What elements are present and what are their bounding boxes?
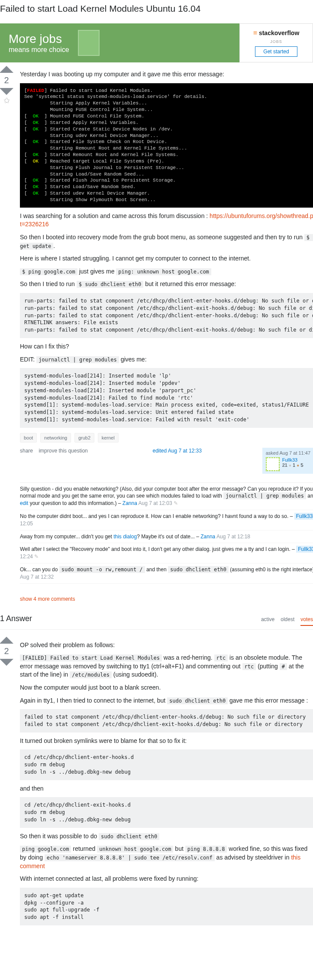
comment-time: Aug 7 at 12:32 [20,574,54,580]
upvote-button[interactable] [0,637,13,644]
answer-paragraph: So then it was possible to do sudo dhcli… [20,832,313,841]
inline-code: ping 8.8.8.8 [185,846,227,853]
tag-networking[interactable]: networking [40,433,71,443]
door-icon [78,30,100,56]
get-started-button[interactable]: Get started [255,46,297,57]
question-paragraph: EDIT: journalctl | grep modules gives me… [20,355,313,364]
code-block: cd /etc/dhcp/dhclient-enter-hooks.d sudo… [20,749,313,780]
pencil-icon: ✎ [34,553,39,560]
inline-code: [FAILED] Failed to start Load Kernel Mod… [20,654,162,661]
tab-active[interactable]: active [261,616,274,626]
vote-cell: 2 ✩ [0,66,13,606]
upvote-button[interactable] [0,66,13,73]
question-paragraph: $ ping google.com just gives me ping: un… [20,267,313,276]
comment-author[interactable]: Zanna [123,500,137,506]
tag-grub2[interactable]: grub2 [74,433,94,443]
inline-code: journalctl | grep modules [223,492,306,499]
comment: No the computer didnt boot... and yes I … [20,510,313,531]
answer-paragraph: Again in tty1, I then tried to connect t… [20,697,313,705]
comment-author[interactable]: Fullk33 [294,513,313,520]
answer-paragraph: With internet connected at last, all pro… [20,875,313,883]
answers-header: 1 Answer active oldest votes [0,614,313,630]
inline-code: journalctl | grep modules [36,356,119,363]
post-menu: share improve this question edited Aug 7… [20,448,313,474]
comment-link[interactable]: edit [20,500,28,506]
question-paragraph: I was searching for a solution and came … [20,212,313,229]
asked-time: asked Aug 7 at 11:47 [266,450,313,456]
code-block: systemd-modules-load[214]: Inserted modu… [20,368,313,428]
code-block: failed to stat component /etc/dhcp/dhcli… [20,709,313,733]
inline-code: sudo dhclient eth0 [168,566,229,573]
inline-code: ping: unknown host google.com [116,268,211,275]
improve-link[interactable]: improve this question [39,448,87,454]
vote-cell: 2 [0,637,13,929]
question-paragraph: Yesterday I was booting up my computer a… [20,70,313,79]
inline-code: unknown host google.com [97,846,173,853]
code-block: cd /etc/dhcp/dhclient-exit-hooks.d sudo … [20,797,313,827]
tags: boot networking grub2 kernel [20,433,313,443]
inline-code: $ sudo dhclient eth0 [77,281,144,288]
bronze-badge-icon [297,463,299,468]
comment-time: Aug 7 at 12:05 [20,513,313,527]
question-paragraph: So then I booted into recovery mode from… [20,233,313,250]
inline-code: sudo mount -o rw,remount / [59,566,145,573]
question-paragraph: Here is where I started struggling. I ca… [20,254,313,263]
comment-author[interactable]: Fullk33 [296,546,313,553]
inline-code: sudo dhclient eth0 [99,833,159,840]
tab-votes[interactable]: votes [300,616,313,626]
answer-tabs: active oldest votes [261,616,313,626]
favorite-star-icon[interactable]: ✩ [3,96,10,105]
comment-time: Aug 7 at 12:03 [139,500,172,506]
answer-paragraph: and then [20,785,313,793]
inline-code: echo 'nameserver 8.8.8.8' | sudo tee /et… [45,854,215,861]
ad-right: ≡ stackoverflow JOBS Get started [239,23,313,62]
inline-code: $ ping google.com [20,268,77,275]
ad-banner[interactable]: More jobs means more choice ≡ stackoverf… [0,23,313,62]
inline-code: # [280,663,287,670]
comment: Well after I select the "Recovery mode" … [20,543,313,563]
code-block: sudo apt-get update dpkg --configure -a … [20,888,313,925]
tag-boot[interactable]: boot [20,433,37,443]
comment-time: Aug 7 at 12:24 [20,546,313,560]
asker-user-card: asked Aug 7 at 11:47 Fullk33 21 1 5 [262,448,313,474]
answers-heading: 1 Answer [0,614,32,623]
edited-link[interactable]: edited Aug 7 at 12:33 [153,448,202,454]
vote-count: 2 [4,75,9,85]
jobs-label: JOBS [270,39,282,44]
pencil-icon: ✎ [174,500,178,506]
terminal-screenshot: [FAILED] Failed to start Load Kernel Mod… [20,83,313,208]
answer-paragraph: OP solved their problem as follows: [20,641,313,650]
ad-subline: means more choice [9,46,69,54]
ad-headline: More jobs [9,32,62,46]
comment: Silly question - did you enable networki… [20,483,313,510]
stack-icon: ≡ [253,29,257,36]
comment-author[interactable]: Zanna [200,534,215,540]
answer-paragraph: ping google.com returned unknown host go… [20,845,313,870]
answer-paragraph: Now the computer would just boot to a bl… [20,684,313,692]
inline-code: rtc [214,654,228,661]
comment: Ok... can you do sudo mount -o rw,remoun… [20,563,313,584]
question-paragraph: So then I tried to run $ sudo dhclient e… [20,280,313,289]
downvote-button[interactable] [0,659,13,666]
inline-code: ping google.com [20,846,71,853]
comment: Away from my computer... didn't you get … [20,531,313,544]
share-link[interactable]: share [20,448,33,454]
silver-badge-icon [289,463,291,468]
tag-kernel[interactable]: kernel [98,433,119,443]
ad-left: More jobs means more choice [0,23,239,62]
inline-code: sudo dhclient eth0 [167,697,228,704]
tab-oldest[interactable]: oldest [281,616,294,626]
downvote-button[interactable] [0,88,13,95]
comment-time: Aug 7 at 12:18 [216,534,250,540]
comment-link[interactable]: this dialog [113,534,137,540]
page-title: Failed to start Load Kernel Modules Ubun… [0,3,313,14]
show-more-comments[interactable]: show 4 more comments [20,593,75,606]
answer-paragraph: It turned out broken symlinks were to bl… [20,737,313,746]
comments-list: Silly question - did you enable networki… [20,482,313,584]
user-link[interactable]: Fullk33 [282,457,297,462]
vote-count: 2 [4,646,9,656]
question-paragraph: How can I fix this? [20,342,313,351]
code-block: run-parts: failed to stat component /etc… [20,293,313,338]
inline-code: /etc/modules [70,671,112,678]
avatar[interactable] [266,457,280,471]
